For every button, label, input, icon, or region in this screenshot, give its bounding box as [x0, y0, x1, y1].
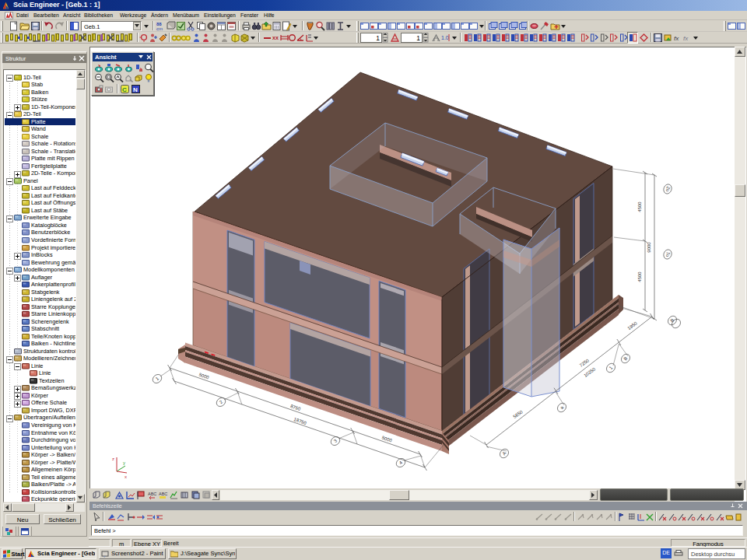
svg-text:5000: 5000: [198, 373, 210, 380]
svg-text:A: A: [501, 451, 507, 457]
svg-text:1950: 1950: [626, 320, 638, 331]
svg-text:3: 3: [333, 438, 338, 443]
svg-text:y: y: [123, 460, 125, 465]
svg-text:z: z: [112, 457, 114, 461]
svg-text:7250: 7250: [579, 358, 591, 368]
svg-text:5000: 5000: [381, 436, 393, 443]
svg-text:C: C: [122, 86, 127, 93]
svg-text:N: N: [133, 86, 138, 93]
svg-text:x: x: [124, 474, 127, 479]
svg-text:8750: 8750: [289, 404, 301, 411]
svg-text:1: 1: [155, 376, 160, 381]
svg-text:ABC: ABC: [148, 492, 156, 496]
svg-text:1.0: 1.0: [441, 35, 449, 40]
svg-text:4500: 4500: [637, 201, 642, 212]
svg-text:a: a: [559, 404, 565, 410]
svg-text:4500: 4500: [637, 271, 642, 282]
svg-text:xx: xx: [272, 35, 279, 40]
svg-text:n1: n1: [665, 250, 671, 257]
svg-text:B: B: [622, 356, 628, 362]
svg-text:4: 4: [398, 460, 404, 465]
svg-text:fx: fx: [674, 35, 679, 42]
svg-text:cm: cm: [156, 26, 163, 31]
svg-text:9000: 9000: [647, 242, 651, 253]
svg-text:5650: 5650: [512, 409, 524, 419]
svg-text:1: 1: [608, 365, 614, 370]
svg-text:n2: n2: [665, 185, 671, 192]
svg-text:ABC: ABC: [159, 492, 167, 496]
svg-text:fx: fx: [683, 35, 689, 42]
svg-text:2: 2: [219, 399, 224, 404]
